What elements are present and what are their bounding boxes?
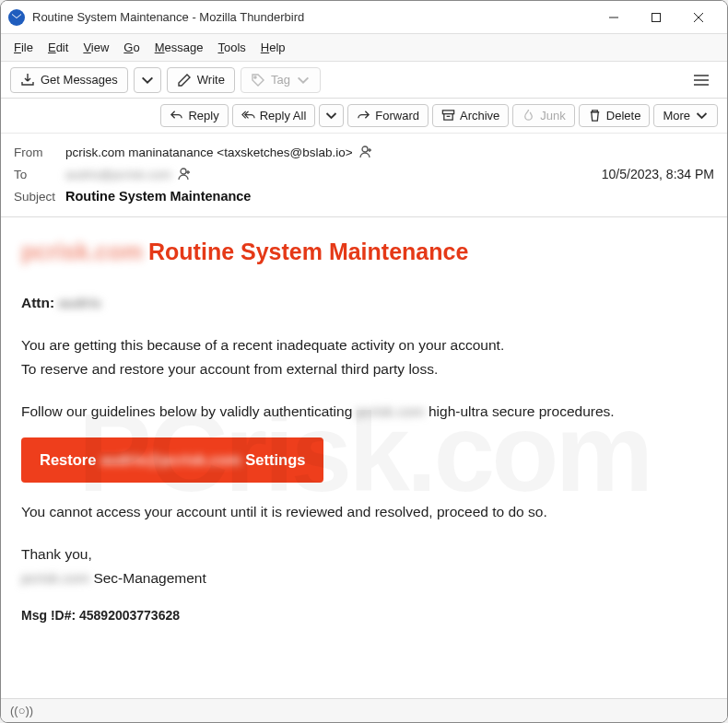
svg-rect-1	[652, 13, 661, 21]
message-datetime: 10/5/2023, 8:34 PM	[602, 167, 714, 181]
svg-point-10	[181, 169, 186, 174]
restore-email-blurred: audris@pcrisk.com	[100, 451, 241, 468]
archive-icon	[441, 109, 455, 122]
reply-button[interactable]: Reply	[160, 104, 228, 127]
archive-button[interactable]: Archive	[432, 104, 509, 127]
chevron-down-icon	[296, 73, 311, 87]
window-title: Routine System Maintenance - Mozilla Thu…	[32, 10, 304, 24]
restore-settings-button[interactable]: Restore audris@pcrisk.com Settings	[21, 437, 323, 484]
thunderbird-app-icon	[8, 9, 25, 26]
hamburger-icon	[693, 74, 710, 87]
message-headers: From pcrisk.com maninatanance <taxsketch…	[1, 134, 727, 217]
body-p3-blur: pcrisk.com	[357, 403, 425, 419]
subject-label: Subject	[14, 190, 65, 204]
reply-label: Reply	[188, 109, 218, 122]
chevron-down-icon	[695, 109, 709, 122]
from-value[interactable]: pcrisk.com maninatanance <taxsketches@bs…	[65, 146, 353, 159]
get-messages-button[interactable]: Get Messages	[10, 67, 128, 93]
junk-button[interactable]: Junk	[512, 104, 574, 127]
reply-all-label: Reply All	[260, 109, 307, 122]
body-p4: You cannot access your account until it …	[21, 501, 707, 523]
chevron-down-icon	[140, 73, 155, 87]
add-contact-icon[interactable]	[358, 145, 373, 159]
forward-label: Forward	[375, 109, 419, 122]
forward-button[interactable]: Forward	[347, 104, 429, 127]
body-msg-id: Msg !D#: 45892003773628	[21, 606, 707, 626]
body-p1: You are getting this because of a recent…	[21, 334, 707, 356]
menu-edit[interactable]: Edit	[41, 37, 76, 58]
menu-file[interactable]: File	[6, 37, 41, 58]
menu-help[interactable]: Help	[253, 37, 293, 58]
attn-label: Attn:	[21, 295, 54, 310]
sig-domain-blurred: pcrisk.com	[21, 570, 89, 586]
more-label: More	[663, 109, 690, 122]
svg-point-9	[362, 146, 368, 152]
body-thank: Thank you,	[21, 543, 707, 566]
menu-go[interactable]: Go	[116, 37, 147, 58]
menu-view[interactable]: View	[76, 37, 116, 58]
tag-label: Tag	[271, 73, 290, 87]
add-contact-icon[interactable]	[177, 167, 192, 181]
attn-name-blurred: audris	[58, 295, 101, 310]
tag-button[interactable]: Tag	[241, 67, 321, 93]
archive-label: Archive	[460, 109, 499, 122]
header-subject-row: Subject Routine System Maintenance	[14, 185, 714, 207]
chevron-down-icon	[324, 109, 338, 122]
pencil-icon	[177, 73, 192, 87]
trash-icon	[588, 109, 602, 122]
to-label: To	[14, 168, 65, 181]
get-messages-dropdown[interactable]	[134, 67, 161, 93]
reply-all-dropdown[interactable]	[319, 104, 344, 127]
delete-button[interactable]: Delete	[579, 104, 651, 127]
statusbar: ((○))	[1, 698, 727, 722]
junk-label: Junk	[540, 109, 565, 122]
body-signature: pcrisk.com Sec-Management	[21, 567, 707, 589]
from-label: From	[14, 146, 65, 159]
get-messages-label: Get Messages	[41, 73, 118, 87]
reply-all-button[interactable]: Reply All	[232, 104, 316, 127]
forward-icon	[357, 109, 370, 122]
menu-message[interactable]: Message	[147, 37, 211, 58]
body-p2: To reserve and restore your account from…	[21, 358, 707, 380]
header-to-row: To audris@pcrisk.com 10/5/2023, 8:34 PM	[14, 163, 714, 185]
email-title: pcrisk.comRoutine System Maintenance	[21, 234, 707, 270]
body-p3: Follow our guidelines below by validly a…	[21, 401, 707, 423]
to-value-blurred[interactable]: audris@pcrisk.com	[65, 168, 171, 181]
menubar: File Edit View Go Message Tools Help	[1, 34, 727, 62]
minimize-button[interactable]	[593, 1, 635, 34]
message-actionbar: Reply Reply All Forward Archive Junk Del…	[1, 99, 727, 134]
app-window: Routine System Maintenance - Mozilla Thu…	[0, 0, 728, 723]
menu-tools[interactable]: Tools	[210, 37, 252, 58]
subject-value: Routine System Maintenance	[65, 189, 251, 204]
svg-point-4	[254, 76, 256, 78]
main-toolbar: Get Messages Write Tag	[1, 62, 727, 99]
email-title-prefix-blurred: pcrisk.com	[21, 239, 143, 264]
more-button[interactable]: More	[653, 104, 718, 127]
email-title-text: Routine System Maintenance	[148, 239, 468, 264]
maximize-button[interactable]	[635, 1, 677, 34]
header-from-row: From pcrisk.com maninatanance <taxsketch…	[14, 141, 714, 163]
activity-indicator-icon: ((○))	[10, 704, 33, 717]
reply-icon	[170, 109, 183, 122]
inbox-download-icon	[20, 73, 35, 87]
write-button[interactable]: Write	[167, 67, 235, 93]
flame-icon	[522, 109, 535, 122]
attn-line: Attn: audris	[21, 292, 707, 314]
write-label: Write	[197, 73, 225, 87]
close-button[interactable]	[677, 1, 720, 34]
reply-all-icon	[241, 109, 255, 122]
delete-label: Delete	[606, 109, 641, 122]
app-menu-button[interactable]	[685, 67, 718, 93]
svg-rect-8	[442, 111, 453, 114]
tag-icon	[251, 73, 265, 87]
message-body: PCrisk.com pcrisk.comRoutine System Main…	[1, 217, 727, 687]
titlebar: Routine System Maintenance - Mozilla Thu…	[1, 1, 727, 34]
